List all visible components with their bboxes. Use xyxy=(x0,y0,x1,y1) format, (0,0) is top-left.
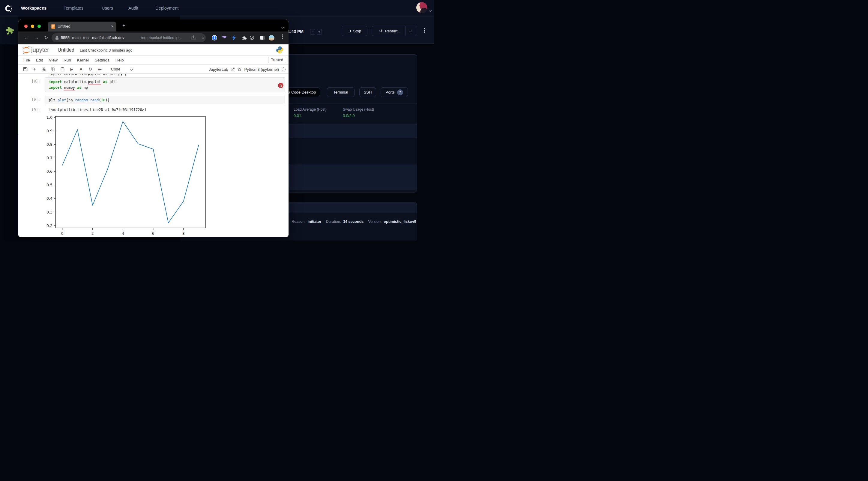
window-maximize-button[interactable] xyxy=(37,25,41,28)
jupyterlab-link[interactable]: JupyterLab xyxy=(209,67,228,72)
browser-tab-strip: Untitled × + xyxy=(18,20,288,31)
zoom-out-button[interactable]: − xyxy=(310,29,315,35)
tab-close-icon[interactable]: × xyxy=(111,24,113,29)
tab-title: Untitled xyxy=(58,24,70,29)
onepassword-extension-icon[interactable]: 1 xyxy=(212,35,217,41)
window-minimize-button[interactable] xyxy=(31,25,34,28)
terminal-button[interactable]: Terminal xyxy=(327,87,354,97)
menu-edit[interactable]: Edit xyxy=(36,58,43,62)
window-close-button[interactable] xyxy=(24,25,28,28)
external-link-icon[interactable] xyxy=(231,67,235,71)
nav-item-workspaces[interactable]: Workspaces xyxy=(21,6,46,10)
copy-cells-icon[interactable] xyxy=(51,67,56,72)
forward-icon[interactable]: → xyxy=(34,35,39,40)
top-navigation-bar: Workspaces Templates Users Audit Deploym… xyxy=(0,0,434,17)
screen: 11:43 PM − + Stop ↺ Restart... VS Code D… xyxy=(0,0,434,241)
nav-item-templates[interactable]: Templates xyxy=(64,6,83,10)
url-path: /notebooks/Untitled.ip... xyxy=(141,35,182,40)
cell8-code-cell[interactable]: import matplotlib.pyplot as plt import n… xyxy=(45,77,285,92)
back-icon[interactable]: ← xyxy=(24,35,29,40)
debugger-bug-icon[interactable] xyxy=(237,67,242,71)
svg-text:0.8: 0.8 xyxy=(46,142,53,147)
notification-count-badge[interactable]: 3 xyxy=(277,82,284,89)
browser-profile-avatar[interactable] xyxy=(269,35,274,41)
blocked-extension-icon[interactable] xyxy=(249,35,255,41)
jupyter-menu-bar: File Edit View Run Kernel Settings Help … xyxy=(18,56,288,65)
build-info-row: Reason: initiator Duration: 14 seconds V… xyxy=(291,220,416,224)
menu-file[interactable]: File xyxy=(23,58,30,62)
svg-text:4: 4 xyxy=(122,231,124,236)
user-menu-chevron-icon[interactable] xyxy=(429,7,431,12)
build-version-label: Version: xyxy=(368,220,381,224)
restart-options-chevron-icon[interactable] xyxy=(409,29,412,32)
lock-icon xyxy=(55,36,59,40)
menu-help[interactable]: Help xyxy=(116,58,124,62)
swap-usage-value: 0.0/2.0 xyxy=(343,114,355,118)
save-icon[interactable] xyxy=(23,67,28,72)
paste-cells-icon[interactable] xyxy=(60,67,65,72)
browser-window: Untitled × + ← → ↻ 5555--main--test--mat… xyxy=(18,20,288,237)
workspace-more-menu-icon[interactable] xyxy=(424,30,425,31)
matplotlib-figure: 0.20.30.40.50.60.70.80.91.002468 xyxy=(40,113,226,237)
tab-search-chevron-icon[interactable] xyxy=(282,24,284,29)
jupyter-wordmark: jupyter xyxy=(31,46,49,53)
python-logo-icon xyxy=(276,46,284,54)
stop-square-icon xyxy=(348,30,351,32)
notebook-title[interactable]: Untitled xyxy=(58,47,74,53)
menu-kernel[interactable]: Kernel xyxy=(77,58,89,62)
bookmark-star-icon[interactable]: ☆ xyxy=(201,35,205,40)
workspace-app-tile[interactable] xyxy=(0,17,18,44)
svg-text:0.3: 0.3 xyxy=(46,210,53,215)
share-icon[interactable] xyxy=(191,35,195,40)
reload-icon[interactable]: ↻ xyxy=(44,35,48,40)
svg-text:6: 6 xyxy=(152,231,154,236)
stop-button[interactable]: Stop xyxy=(342,26,367,36)
cell9-output-text: [<matplotlib.lines.Line2D at 0x7fd03f191… xyxy=(49,108,146,112)
extensions-puzzle-icon[interactable] xyxy=(241,35,247,41)
menu-run[interactable]: Run xyxy=(64,58,71,62)
notebook-content: import matplotlib.pyplot as plt py y [8]… xyxy=(18,74,288,237)
restart-button[interactable]: ↺ Restart... xyxy=(372,26,417,36)
browser-tab[interactable]: Untitled × xyxy=(48,22,116,31)
menu-view[interactable]: View xyxy=(49,58,58,62)
interrupt-kernel-icon[interactable]: ■ xyxy=(78,67,84,72)
ports-button[interactable]: Ports 7 xyxy=(381,87,408,97)
nav-item-audit[interactable]: Audit xyxy=(128,6,138,10)
cell-type-chevron-icon xyxy=(130,68,133,71)
trusted-button[interactable]: Trusted xyxy=(268,57,286,63)
last-checkpoint-text: Last Checkpoint: 3 minutes ago xyxy=(80,48,132,53)
menu-settings[interactable]: Settings xyxy=(95,58,110,62)
add-cell-icon[interactable]: + xyxy=(32,67,37,72)
side-panel-icon[interactable] xyxy=(259,35,266,41)
svg-text:0.9: 0.9 xyxy=(46,129,53,133)
kernel-name[interactable]: Python 3 (ipykernel) xyxy=(244,67,279,72)
restart-arrow-icon: ↺ xyxy=(379,29,383,32)
ssh-button[interactable]: SSH xyxy=(359,87,376,97)
svg-text:0.6: 0.6 xyxy=(46,169,53,173)
cell9-output-prompt: [9]: xyxy=(18,108,40,112)
build-duration-value: 14 seconds xyxy=(343,220,364,224)
cell9-input-prompt: [9]: xyxy=(18,97,40,102)
cell-type-dropdown[interactable]: Code xyxy=(111,67,132,71)
cat-extension-icon[interactable] xyxy=(221,35,227,41)
nav-item-users[interactable]: Users xyxy=(102,6,113,10)
swap-usage-label: Swap Usage (Host) xyxy=(343,107,374,111)
svg-text:0.5: 0.5 xyxy=(46,183,53,187)
clipped-previous-cell-line: import matplotlib.pyplot as plt py y xyxy=(49,74,229,75)
cut-cells-icon[interactable] xyxy=(41,67,46,72)
nav-item-deployment[interactable]: Deployment xyxy=(155,6,179,10)
new-tab-button[interactable]: + xyxy=(122,23,125,29)
run-cell-icon[interactable]: ▶ xyxy=(69,67,74,72)
run-all-icon[interactable]: ▶▶ xyxy=(97,67,102,72)
restart-kernel-icon[interactable]: ↻ xyxy=(88,67,93,72)
user-avatar[interactable] xyxy=(416,2,427,13)
jupyter-notebook-page: jupyter Untitled Last Checkpoint: 3 minu… xyxy=(18,44,288,237)
svg-text:1.0: 1.0 xyxy=(46,115,53,120)
load-average-label: Load Average (Host) xyxy=(293,107,327,111)
lightning-extension-icon[interactable] xyxy=(231,35,237,41)
zoom-in-button[interactable]: + xyxy=(317,29,322,35)
cell9-code-cell[interactable]: plt.plot(np.random.rand(10)) xyxy=(45,96,285,104)
address-bar[interactable]: 5555--main--test--matifali.atif.cdr.dev … xyxy=(52,33,206,42)
coder-logo-icon[interactable] xyxy=(4,4,13,13)
browser-menu-icon[interactable] xyxy=(282,36,283,37)
